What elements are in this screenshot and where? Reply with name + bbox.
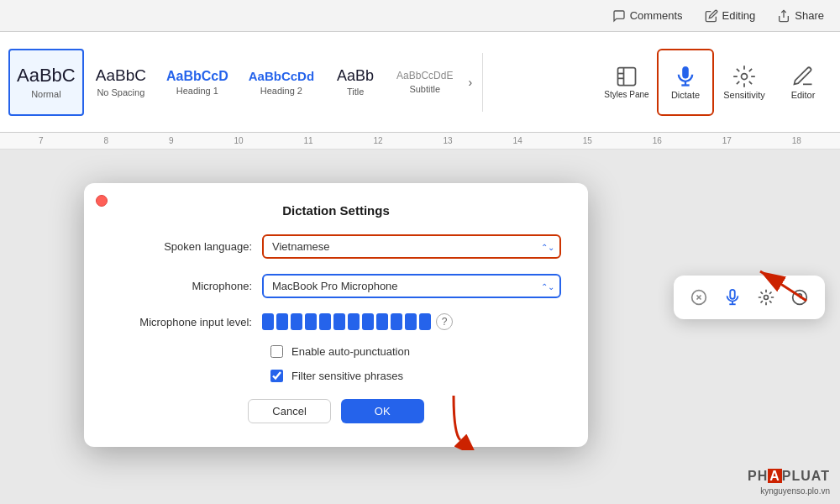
level-help-button[interactable]: ?: [436, 313, 453, 330]
filter-phrases-row: Filter sensitive phrases: [270, 370, 561, 382]
microphone-row: Microphone: MacBook Pro Microphone Built…: [111, 274, 561, 298]
auto-punctuation-label[interactable]: Enable auto-punctuation: [291, 345, 410, 358]
dictation-mic-button[interactable]: [717, 282, 748, 312]
style-no-spacing-preview: AaBbC: [96, 66, 146, 86]
spoken-language-select-wrapper: Vietnamese English (US) English (UK) Fre…: [262, 234, 561, 259]
level-bar-12: [419, 313, 431, 330]
level-bar-4: [305, 313, 317, 330]
style-heading1[interactable]: AaBbCcD Heading 1: [158, 49, 237, 116]
share-label: Share: [795, 9, 824, 22]
styles-pane-icon: [615, 65, 638, 88]
style-heading1-label: Heading 1: [176, 86, 218, 96]
style-heading1-preview: AaBbCcD: [166, 68, 228, 84]
styles-pane-button[interactable]: Styles Pane: [598, 49, 655, 116]
sensitivity-button[interactable]: Sensitivity: [716, 49, 773, 116]
input-level-row: Microphone input level:: [111, 313, 561, 330]
level-bar-11: [405, 313, 417, 330]
styles-more[interactable]: ›: [465, 76, 475, 89]
style-title-preview: AaBb: [337, 67, 374, 86]
microphone-icon: [723, 288, 742, 307]
top-ribbon: Comments Editing Share: [0, 0, 840, 32]
style-title[interactable]: AaBb Title: [326, 49, 385, 116]
watermark: PHAPLUAT kynguyenso.plo.vn: [748, 467, 830, 497]
editor-button[interactable]: Editor: [774, 49, 832, 116]
editing-icon: [705, 9, 718, 23]
svg-point-8: [742, 73, 748, 79]
level-bar-3: [291, 313, 302, 330]
watermark-highlight: A: [768, 469, 782, 483]
modal-title: Dictation Settings: [111, 203, 561, 218]
sensitivity-icon: [732, 65, 756, 88]
style-normal-preview: AaBbC: [17, 65, 76, 87]
level-bar-7: [348, 313, 360, 330]
share-button[interactable]: Share: [768, 5, 833, 27]
ruler: 7 8 9 10 11 12 13 14 15 16 17 18: [0, 133, 840, 150]
svg-rect-13: [730, 290, 735, 299]
style-normal-label: Normal: [31, 89, 60, 99]
svg-point-16: [764, 296, 769, 300]
microphone-select[interactable]: MacBook Pro Microphone Built-in Micropho…: [262, 274, 561, 298]
ribbon-tools: Styles Pane Dictate Sensitivity Editor: [598, 49, 832, 116]
style-heading2[interactable]: AaBbCcDd Heading 2: [240, 49, 323, 116]
styles-divider: [482, 53, 483, 112]
level-bars: [262, 313, 431, 330]
filter-phrases-checkbox[interactable]: [270, 370, 283, 382]
level-bar-1: [262, 313, 274, 330]
dictate-icon: [674, 65, 697, 88]
auto-punctuation-checkbox[interactable]: [270, 345, 283, 358]
auto-punctuation-row: Enable auto-punctuation: [270, 345, 561, 358]
editing-label: Editing: [722, 9, 756, 22]
level-bar-9: [376, 313, 388, 330]
ruler-numbers: 7 8 9 10 11 12 13 14 15 16 17 18: [8, 136, 832, 145]
style-heading2-label: Heading 2: [260, 86, 302, 96]
comments-button[interactable]: Comments: [603, 5, 692, 27]
level-bar-2: [276, 313, 288, 330]
style-no-spacing[interactable]: AaBbC No Spacing: [87, 49, 155, 116]
dictate-label: Dictate: [671, 90, 700, 100]
spoken-language-label: Spoken language:: [111, 240, 262, 253]
comments-label: Comments: [630, 9, 683, 22]
modal-buttons: Cancel OK: [111, 399, 561, 423]
dictation-toolbar: [674, 276, 825, 319]
editing-button[interactable]: Editing: [696, 5, 765, 27]
sensitivity-label: Sensitivity: [723, 90, 765, 100]
dictate-button[interactable]: Dictate: [657, 49, 714, 116]
ok-button[interactable]: OK: [341, 399, 424, 423]
traffic-lights: [96, 195, 108, 210]
filter-phrases-label[interactable]: Filter sensitive phrases: [291, 370, 403, 382]
close-traffic-light[interactable]: [96, 195, 108, 207]
watermark-site: kynguyenso.plo.vn: [748, 486, 830, 497]
share-icon: [777, 9, 790, 23]
spoken-language-row: Spoken language: Vietnamese English (US)…: [111, 234, 561, 259]
dictation-settings-button[interactable]: [751, 282, 781, 312]
style-normal[interactable]: AaBbC Normal: [8, 49, 84, 116]
styles-pane-label: Styles Pane: [604, 90, 648, 100]
cancel-button[interactable]: Cancel: [248, 399, 330, 423]
level-bar-5: [319, 313, 331, 330]
level-bar-10: [391, 313, 402, 330]
microphone-level: ?: [262, 313, 453, 330]
modal-overlay: Dictation Settings Spoken language: Viet…: [0, 150, 840, 504]
style-heading2-preview: AaBbCcDd: [249, 69, 314, 84]
level-bar-6: [333, 313, 345, 330]
spoken-language-select[interactable]: Vietnamese English (US) English (UK) Fre…: [262, 234, 561, 259]
dictation-close-button[interactable]: [684, 282, 714, 312]
microphone-label: Microphone:: [111, 280, 262, 292]
help-icon: [791, 289, 808, 306]
style-title-label: Title: [347, 87, 364, 97]
dictation-help-button[interactable]: [785, 282, 815, 312]
style-subtitle[interactable]: AaBbCcDdE Subtitle: [388, 49, 461, 116]
dictation-settings-modal: Dictation Settings Spoken language: Viet…: [84, 183, 588, 447]
comments-icon: [612, 9, 626, 23]
document-area: Dictation Settings Spoken language: Viet…: [0, 150, 840, 504]
watermark-brand: PHAPLUAT: [748, 467, 830, 486]
level-bar-8: [362, 313, 374, 330]
microphone-select-wrapper: MacBook Pro Microphone Built-in Micropho…: [262, 274, 561, 298]
editor-icon: [791, 65, 815, 88]
svg-rect-5: [683, 66, 689, 78]
editor-label: Editor: [791, 90, 816, 100]
x-circle-icon: [690, 289, 707, 306]
input-level-label: Microphone input level:: [111, 316, 262, 328]
svg-rect-1: [618, 67, 636, 85]
style-subtitle-label: Subtitle: [409, 84, 440, 94]
